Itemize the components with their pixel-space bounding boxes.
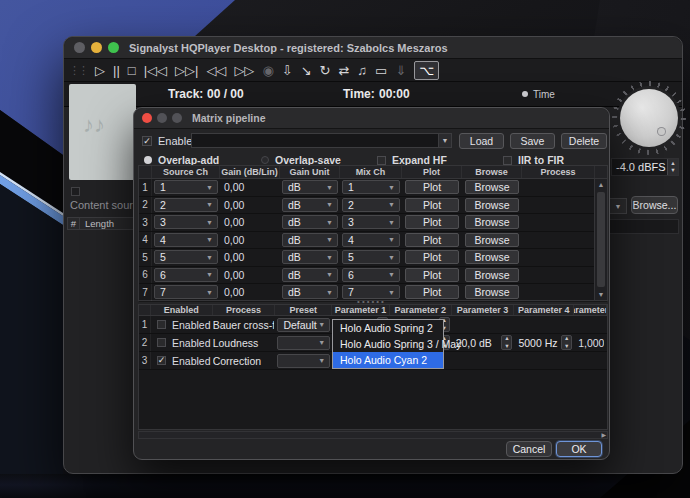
repeat-icon[interactable]: ↻: [320, 64, 331, 77]
preset-option[interactable]: Holo Audio Cyan 2: [333, 352, 443, 368]
mix-ch-select[interactable]: 2▼: [342, 198, 400, 212]
chevron-down-icon[interactable]: ▼: [438, 134, 451, 147]
browse-row-button[interactable]: Browse: [465, 180, 519, 194]
gain-value[interactable]: 0,00: [220, 216, 280, 228]
fast-forward-icon[interactable]: ▷▷: [234, 64, 254, 77]
delete-button[interactable]: Delete: [561, 133, 607, 149]
shuffle-icon[interactable]: ⇄: [338, 64, 349, 77]
mix-ch-select[interactable]: 3▼: [342, 215, 400, 229]
rewind-icon[interactable]: ◁◁: [206, 64, 226, 77]
source-ch-select[interactable]: 1▼: [154, 180, 218, 194]
pipeline-name-combobox[interactable]: ▼: [191, 133, 452, 148]
gain-unit-select[interactable]: dB▼: [282, 233, 338, 247]
gain-value[interactable]: 0,00: [220, 269, 280, 281]
load-button[interactable]: Load: [459, 133, 504, 149]
source-ch-select[interactable]: 4▼: [154, 233, 218, 247]
gain-unit-select[interactable]: dB▼: [282, 180, 338, 194]
gain-value[interactable]: 0,00: [220, 181, 280, 193]
column-header: Preset: [275, 305, 332, 315]
browse-row-button[interactable]: Browse: [465, 233, 519, 247]
browse-row-button[interactable]: Browse: [465, 285, 519, 299]
play-icon[interactable]: ▷: [95, 64, 105, 77]
mix-ch-select[interactable]: 5▼: [342, 250, 400, 264]
ok-button[interactable]: OK: [556, 441, 602, 457]
volume-spin-buttons[interactable]: ▲▼: [667, 159, 678, 175]
parameter-spinbox[interactable]: 5000 Hz▲▼: [516, 335, 572, 350]
time-mode-radio[interactable]: [522, 91, 528, 97]
partial-combobox[interactable]: ▼: [609, 198, 627, 214]
source-ch-select[interactable]: 2▼: [154, 198, 218, 212]
plot-button[interactable]: Plot: [405, 233, 459, 247]
preset-select[interactable]: ▼: [277, 354, 330, 368]
right-input-field[interactable]: [609, 219, 679, 234]
browse-row-button[interactable]: Browse: [465, 215, 519, 229]
matrix-table-scrollbar[interactable]: ▲ ▼: [594, 179, 607, 300]
volume-knob[interactable]: [620, 89, 678, 147]
process-table-hscrollbar[interactable]: ▶: [138, 431, 608, 439]
folder-icon[interactable]: ▭: [375, 64, 387, 77]
plot-button[interactable]: Plot: [405, 180, 459, 194]
gain-unit-select[interactable]: dB▼: [282, 198, 338, 212]
import-icon[interactable]: ⇓: [395, 64, 406, 77]
row-enabled-checkbox[interactable]: ✓Enabled: [151, 352, 213, 369]
mix-ch-select[interactable]: 6▼: [342, 268, 400, 282]
preset-select[interactable]: Default▼: [277, 318, 330, 332]
browse-row-button[interactable]: Browse: [465, 198, 519, 212]
previous-track-icon[interactable]: |◁◁: [144, 64, 167, 77]
preset-select[interactable]: ▼: [277, 336, 330, 350]
source-ch-select[interactable]: 7▼: [154, 285, 218, 299]
close-window-button[interactable]: [74, 42, 85, 53]
pipeline-enabled-checkbox[interactable]: ✓ Enabled: [142, 135, 198, 147]
stop-icon[interactable]: □: [128, 64, 136, 77]
plot-button[interactable]: Plot: [405, 198, 459, 212]
plot-button[interactable]: Plot: [405, 250, 459, 264]
scroll-down-icon[interactable]: ▼: [595, 291, 607, 298]
gain-unit-select[interactable]: dB▼: [282, 250, 338, 264]
spinner-buttons[interactable]: ▲▼: [561, 335, 572, 350]
plot-button[interactable]: Plot: [405, 215, 459, 229]
row-enabled-checkbox[interactable]: Enabled: [151, 334, 213, 351]
gain-value[interactable]: 0,00: [220, 286, 280, 298]
gain-value[interactable]: 0,00: [220, 199, 280, 211]
gain-unit-select[interactable]: dB▼: [282, 285, 338, 299]
source-ch-select[interactable]: 5▼: [154, 250, 218, 264]
gain-value[interactable]: 0,00: [220, 251, 280, 263]
gain-unit-select[interactable]: dB▼: [282, 215, 338, 229]
minimize-window-button[interactable]: [91, 42, 102, 53]
next-track-icon[interactable]: ▷▷|: [175, 64, 198, 77]
parameter-spinbox[interactable]: 20,0 dB▲▼: [454, 335, 513, 350]
dialog-close-button[interactable]: [142, 113, 152, 123]
volume-spinbox[interactable]: -4.0 dBFS ▲▼: [611, 158, 679, 176]
cancel-button[interactable]: Cancel: [506, 441, 552, 457]
main-titlebar[interactable]: Signalyst HQPlayer Desktop - registered:…: [64, 37, 682, 59]
download-icon[interactable]: ⇩: [282, 64, 293, 77]
row-number: 1: [139, 316, 151, 333]
row-enabled-checkbox[interactable]: Enabled: [151, 316, 213, 333]
browse-row-button[interactable]: Browse: [465, 268, 519, 282]
source-ch-select[interactable]: 6▼: [154, 268, 218, 282]
pause-icon[interactable]: ||: [113, 64, 120, 77]
mix-ch-select[interactable]: 1▼: [342, 180, 400, 194]
pipeline-icon[interactable]: ⌥: [414, 61, 439, 80]
dialog-titlebar[interactable]: Matrix pipeline: [134, 108, 609, 129]
spinner-buttons[interactable]: ▲▼: [501, 335, 512, 350]
scrollbar-thumb[interactable]: [597, 192, 605, 287]
pointer-icon[interactable]: ↘: [301, 64, 312, 77]
gain-unit-select[interactable]: dB▼: [282, 268, 338, 282]
record-icon[interactable]: ◉: [262, 64, 273, 77]
preset-option[interactable]: Holo Audio Spring 2: [333, 320, 443, 336]
browse-row-button[interactable]: Browse: [465, 250, 519, 264]
preset-option[interactable]: Holo Audio Spring 3 / May: [333, 336, 443, 352]
scroll-up-icon[interactable]: ▲: [595, 181, 607, 188]
gain-value[interactable]: 0,00: [220, 234, 280, 246]
mix-ch-select[interactable]: 4▼: [342, 233, 400, 247]
main-browse-button[interactable]: Browse...: [631, 196, 678, 214]
plot-button[interactable]: Plot: [405, 285, 459, 299]
plot-button[interactable]: Plot: [405, 268, 459, 282]
source-ch-select[interactable]: 3▼: [154, 215, 218, 229]
file-music-icon[interactable]: ♫: [357, 64, 367, 77]
zoom-window-button[interactable]: [108, 42, 119, 53]
content-source-checkbox[interactable]: [71, 187, 80, 196]
scroll-right-icon[interactable]: ▶: [601, 432, 606, 438]
save-button[interactable]: Save: [510, 133, 555, 149]
